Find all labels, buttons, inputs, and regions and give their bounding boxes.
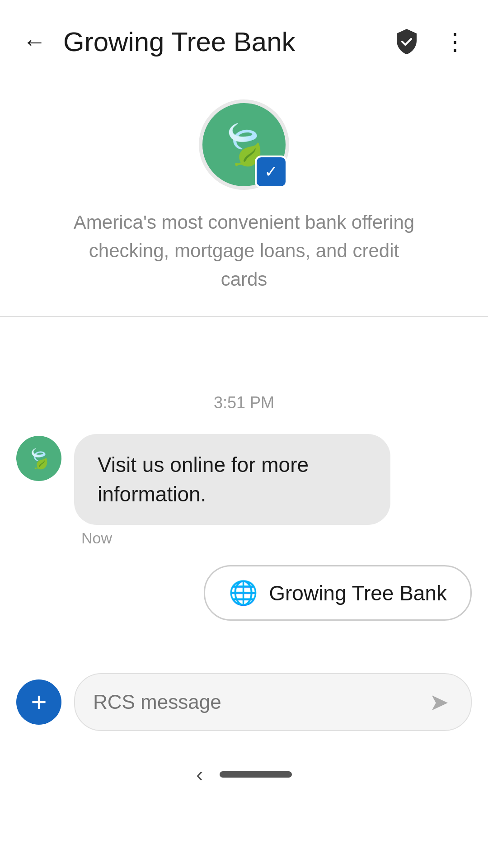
message-content: Visit us online for more information. No… xyxy=(74,434,390,547)
nav-back-icon[interactable]: ‹ xyxy=(196,762,203,787)
back-arrow-icon: ← xyxy=(23,28,46,55)
check-icon: ✓ xyxy=(264,162,278,181)
page-title: Growing Tree Bank xyxy=(63,26,390,57)
link-card[interactable]: 🌐 Growing Tree Bank xyxy=(204,565,472,621)
chat-area: 3:51 PM 🍃 Visit us online for more infor… xyxy=(0,317,488,660)
send-icon: ➤ xyxy=(429,689,449,716)
bot-leaf-icon: 🍃 xyxy=(23,443,54,474)
add-icon: + xyxy=(31,689,47,716)
home-pill[interactable] xyxy=(220,771,292,778)
profile-section: 🍃 ✓ America's most convenient bank offer… xyxy=(0,72,488,316)
header-actions: ⋮ xyxy=(390,25,472,58)
globe-icon: 🌐 xyxy=(229,579,258,607)
avatar-wrapper: 🍃 ✓ xyxy=(199,99,289,190)
input-area: + ➤ xyxy=(0,660,488,753)
message-time: Now xyxy=(74,529,390,547)
message-input[interactable] xyxy=(93,691,426,713)
more-options-button[interactable]: ⋮ xyxy=(439,25,472,58)
send-button[interactable]: ➤ xyxy=(426,685,453,719)
message-timestamp: 3:51 PM xyxy=(16,393,472,412)
bot-avatar: 🍃 xyxy=(16,436,61,481)
profile-description: America's most convenient bank offering … xyxy=(68,208,420,293)
back-button[interactable]: ← xyxy=(16,24,52,60)
message-bubble: Visit us online for more information. xyxy=(74,434,390,525)
message-row: 🍃 Visit us online for more information. … xyxy=(16,434,472,547)
bottom-nav: ‹ xyxy=(0,753,488,801)
link-card-row: 🌐 Growing Tree Bank xyxy=(16,565,472,621)
verified-badge: ✓ xyxy=(255,156,287,188)
link-card-label: Growing Tree Bank xyxy=(269,581,447,605)
message-input-wrapper: ➤ xyxy=(74,673,472,731)
more-vert-icon: ⋮ xyxy=(443,30,468,53)
shield-verified-icon[interactable] xyxy=(390,25,423,58)
header: ← Growing Tree Bank ⋮ xyxy=(0,0,488,72)
add-button[interactable]: + xyxy=(16,679,61,725)
